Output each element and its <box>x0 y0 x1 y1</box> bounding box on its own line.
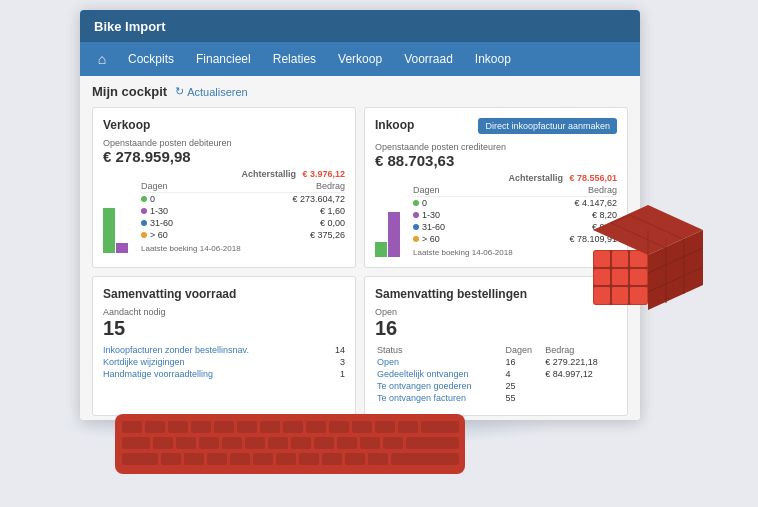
last-booking: Laatste boeking 14-06-2018 <box>141 244 345 253</box>
screen: Bike Import ⌂ Cockpits Financieel Relati… <box>80 10 640 420</box>
row2-days: 1-30 <box>150 206 168 216</box>
inkoop-open-label: Openstaande posten crediteuren <box>375 142 617 152</box>
table-row: Open 16 € 279.221,18 <box>375 356 617 368</box>
list-item[interactable]: Inkoopfacturen zonder bestellinsnav. 14 <box>103 344 345 356</box>
aandacht-label: Aandacht nodig <box>103 307 345 317</box>
list-item[interactable]: Handmatige voorraadtelling 1 <box>103 368 345 380</box>
achterstalig-amount: € 3.976,12 <box>302 169 345 179</box>
svg-rect-7 <box>630 251 647 267</box>
svg-rect-11 <box>594 287 610 304</box>
svg-rect-6 <box>612 251 628 267</box>
refresh-button[interactable]: ↻ Actualiseren <box>175 85 248 98</box>
refresh-icon: ↻ <box>175 85 184 98</box>
inkoop-bar-chart <box>375 173 403 257</box>
svg-rect-36 <box>352 421 372 433</box>
dot-orange-ink <box>413 236 419 242</box>
page-title: Mijn cockpit <box>92 84 167 99</box>
col-dagen: Dagen <box>141 181 168 191</box>
table-row: Te ontvangen facturen 55 <box>375 392 617 404</box>
svg-rect-60 <box>299 453 319 465</box>
nav-inkoop[interactable]: Inkoop <box>465 48 521 70</box>
keyboard-decoration <box>110 409 470 482</box>
col-dagen-best: Dagen <box>503 344 543 356</box>
inkoop-achterstalig-label: Achterstallig <box>508 173 563 183</box>
dot-purple-ink <box>413 212 419 218</box>
verkoop-open-label: Openstaande posten debiteuren <box>103 138 345 148</box>
voorraad-title: Samenvatting voorraad <box>103 287 345 301</box>
bar-green-ink <box>375 242 387 257</box>
svg-rect-49 <box>337 437 357 449</box>
svg-rect-26 <box>122 421 142 433</box>
svg-rect-62 <box>345 453 365 465</box>
row1-amount: € 273.604,72 <box>292 194 345 204</box>
bar-green <box>103 208 115 253</box>
svg-rect-34 <box>306 421 326 433</box>
svg-rect-40 <box>122 437 150 449</box>
inkoop-factuur-button[interactable]: Direct inkoopfactuur aanmaken <box>478 118 617 134</box>
inkoop-achterstalig-amount: € 78.556,01 <box>569 173 617 183</box>
inkoop-total: € 88.703,63 <box>375 152 617 169</box>
nav-voorraad[interactable]: Voorraad <box>394 48 463 70</box>
svg-rect-50 <box>360 437 380 449</box>
dot-orange <box>141 232 147 238</box>
table-row: 0 € 273.604,72 <box>141 193 345 205</box>
col-status: Status <box>375 344 503 356</box>
top-bar: Bike Import <box>80 10 640 42</box>
rubik-cube <box>573 190 703 323</box>
svg-rect-46 <box>268 437 288 449</box>
svg-rect-28 <box>168 421 188 433</box>
svg-rect-8 <box>594 269 610 285</box>
svg-rect-53 <box>122 453 158 465</box>
svg-rect-41 <box>153 437 173 449</box>
svg-rect-54 <box>161 453 181 465</box>
bar-purple <box>116 243 128 253</box>
inkoop-header-row: Inkoop Direct inkoopfactuur aanmaken <box>375 118 617 138</box>
page-header: Mijn cockpit ↻ Actualiseren <box>92 84 628 99</box>
svg-rect-57 <box>230 453 250 465</box>
table-row: Gedeeltelijk ontvangen 4 € 84.997,12 <box>375 368 617 380</box>
row1-days: 0 <box>150 194 155 204</box>
dot-blue <box>141 220 147 226</box>
svg-rect-59 <box>276 453 296 465</box>
svg-rect-61 <box>322 453 342 465</box>
list-item[interactable]: Kortdijke wijzigingen 3 <box>103 356 345 368</box>
svg-rect-31 <box>237 421 257 433</box>
col-dagen-ink: Dagen <box>413 185 440 195</box>
svg-rect-39 <box>421 421 459 433</box>
content-area: Mijn cockpit ↻ Actualiseren Verkoop Open… <box>80 76 640 420</box>
inkoop-title: Inkoop <box>375 118 414 132</box>
app-title: Bike Import <box>94 19 166 34</box>
nav-verkoop[interactable]: Verkoop <box>328 48 392 70</box>
bar-purple-ink <box>388 212 400 257</box>
verkoop-table: Achterstallig € 3.976,12 Dagen Bedrag 0 … <box>141 169 345 253</box>
svg-rect-32 <box>260 421 280 433</box>
svg-rect-33 <box>283 421 303 433</box>
dot-purple <box>141 208 147 214</box>
table-row: 31-60 € 0,00 <box>141 217 345 229</box>
svg-rect-42 <box>176 437 196 449</box>
dot-blue-ink <box>413 224 419 230</box>
verkoop-bar-chart <box>103 169 131 253</box>
dot-green <box>141 196 147 202</box>
row4-days: > 60 <box>150 230 168 240</box>
svg-rect-48 <box>314 437 334 449</box>
row2-amount: € 1,60 <box>320 206 345 216</box>
verkoop-total: € 278.959,98 <box>103 148 345 165</box>
aandacht-count: 15 <box>103 317 345 340</box>
svg-rect-10 <box>630 269 647 285</box>
svg-rect-27 <box>145 421 165 433</box>
svg-rect-55 <box>184 453 204 465</box>
nav-financieel[interactable]: Financieel <box>186 48 261 70</box>
verkoop-title: Verkoop <box>103 118 345 132</box>
refresh-label: Actualiseren <box>187 86 248 98</box>
nav-relaties[interactable]: Relaties <box>263 48 326 70</box>
svg-rect-63 <box>368 453 388 465</box>
svg-rect-12 <box>612 287 628 304</box>
svg-rect-35 <box>329 421 349 433</box>
svg-rect-37 <box>375 421 395 433</box>
verkoop-card: Verkoop Openstaande posten debiteuren € … <box>92 107 356 268</box>
nav-home-button[interactable]: ⌂ <box>88 45 116 73</box>
svg-rect-52 <box>406 437 459 449</box>
nav-cockpits[interactable]: Cockpits <box>118 48 184 70</box>
voorraad-card: Samenvatting voorraad Aandacht nodig 15 … <box>92 276 356 416</box>
